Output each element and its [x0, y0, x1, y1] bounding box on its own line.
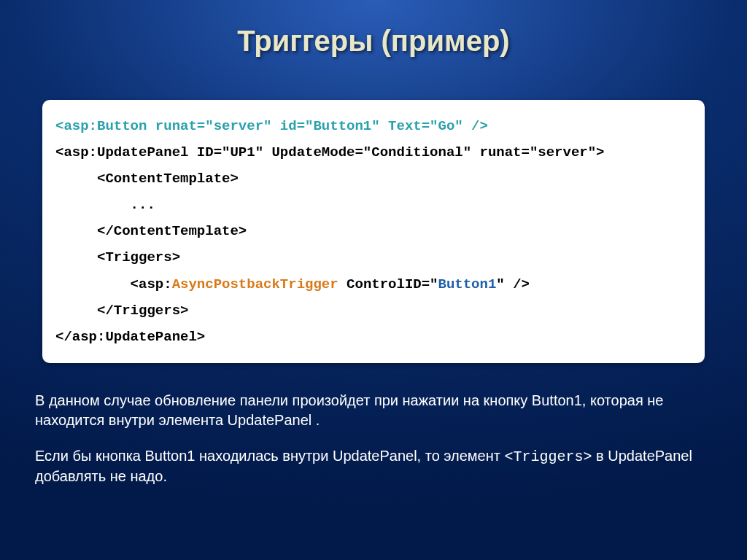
code-line: <asp:UpdatePanel ID="UP1" UpdateMode="Co… [55, 139, 692, 166]
code-line: </ContentTemplate> [55, 218, 692, 244]
code-line: <asp:AsyncPostbackTrigger ControlID="But… [55, 271, 692, 298]
text-frag: Если бы кнопка Button1 находилась внутри… [35, 448, 505, 464]
code-frag: AsyncPostbackTrigger [172, 276, 338, 292]
code-line: <ContentTemplate> [55, 166, 692, 192]
inline-code: <Triggers> [505, 448, 592, 465]
code-line: <Triggers> [55, 244, 692, 271]
code-line: </asp:UpdatePanel> [55, 324, 692, 350]
code-line: </Triggers> [55, 298, 692, 324]
code-frag: <asp: [55, 276, 172, 292]
code-line: ... [55, 192, 692, 218]
paragraph: В данном случае обновление панели произо… [35, 391, 712, 430]
description-text: В данном случае обновление панели произо… [35, 391, 712, 486]
paragraph: Если бы кнопка Button1 находилась внутри… [35, 446, 712, 486]
code-frag: Button1 [438, 276, 497, 292]
code-frag: ControlID=" [338, 276, 438, 292]
code-frag: " /> [496, 276, 530, 292]
code-example-box: <asp:Button runat="server" id="Button1" … [42, 100, 705, 363]
slide-title: Триггеры (пример) [0, 0, 747, 58]
code-line: <asp:Button runat="server" id="Button1" … [55, 113, 692, 139]
